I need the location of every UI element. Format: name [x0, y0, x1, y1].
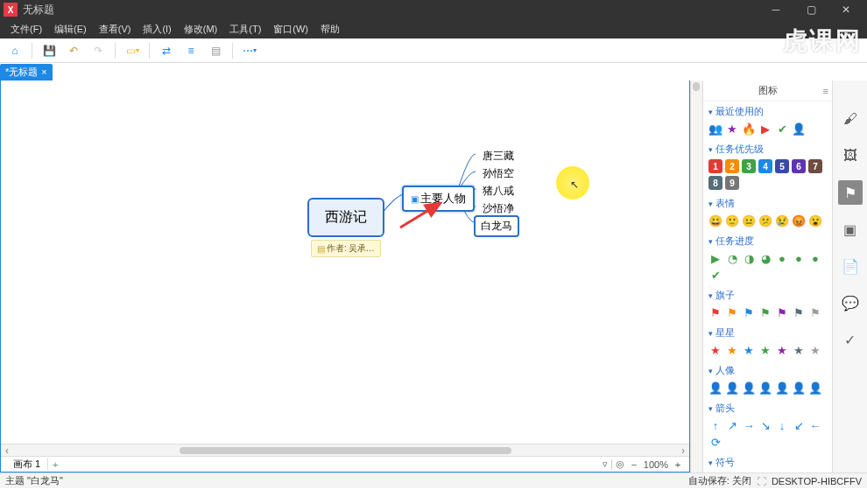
- note-icon[interactable]: ▣: [838, 217, 863, 242]
- person-icon[interactable]: 👤: [758, 381, 772, 395]
- scroll-thumb[interactable]: [180, 447, 511, 454]
- star-icon[interactable]: ★: [775, 343, 789, 357]
- star-icon[interactable]: ★: [808, 343, 822, 357]
- tab-untitled[interactable]: *无标题 ×: [0, 64, 53, 80]
- person-icon[interactable]: 👤: [808, 381, 822, 395]
- flag-icon[interactable]: ⚑: [775, 305, 789, 319]
- arrow-icon[interactable]: ↘: [758, 418, 772, 432]
- root-node[interactable]: 西游记: [307, 198, 384, 237]
- arrow-icon[interactable]: ←: [808, 418, 822, 432]
- priority-icon[interactable]: 6: [792, 159, 806, 173]
- recent-icon[interactable]: ▶: [758, 122, 772, 136]
- group-title[interactable]: 箭头: [708, 400, 827, 416]
- scroll-left-icon[interactable]: ‹: [1, 444, 13, 457]
- priority-icon[interactable]: 4: [758, 159, 772, 173]
- sheet-tab[interactable]: 画布 1: [6, 458, 48, 471]
- vertical-scrollbar[interactable]: [690, 80, 702, 472]
- priority-icon[interactable]: 8: [708, 176, 722, 190]
- flag-icon[interactable]: ⚑: [792, 305, 806, 319]
- home-button[interactable]: ⌂: [5, 41, 25, 60]
- note-author[interactable]: ▤ 作者: 吴承…: [311, 240, 381, 257]
- group-title[interactable]: 最近使用的: [708, 103, 827, 120]
- tab-close-icon[interactable]: ×: [41, 66, 46, 77]
- add-sheet-button[interactable]: +: [48, 459, 62, 470]
- recent-icon[interactable]: 👥: [708, 122, 722, 136]
- priority-icon[interactable]: 2: [725, 159, 739, 173]
- flag-icon[interactable]: ⚑: [808, 305, 822, 319]
- flag-icon[interactable]: ⚑: [708, 305, 722, 319]
- emotion-icon[interactable]: 😢: [775, 214, 789, 228]
- arrow-icon[interactable]: ↑: [708, 418, 722, 432]
- group-title[interactable]: 表情: [708, 195, 827, 212]
- progress-icon[interactable]: ◔: [725, 251, 739, 265]
- emotion-icon[interactable]: 😮: [808, 214, 822, 228]
- zoom-out-button[interactable]: −: [628, 459, 640, 470]
- new-sheet-button[interactable]: ▭▾: [123, 41, 142, 60]
- progress-icon[interactable]: ●: [792, 251, 806, 265]
- undo-button[interactable]: ↶: [64, 41, 83, 60]
- scroll-right-icon[interactable]: ›: [677, 444, 689, 457]
- arrow-icon[interactable]: ⟳: [708, 435, 722, 449]
- group-title[interactable]: 旗子: [708, 287, 827, 304]
- priority-icon[interactable]: 3: [742, 159, 756, 173]
- emotion-icon[interactable]: 😕: [758, 214, 772, 228]
- emotion-icon[interactable]: 😀: [708, 214, 722, 228]
- person-icon[interactable]: 👤: [742, 381, 756, 395]
- horizontal-scrollbar[interactable]: ‹ ›: [1, 444, 689, 456]
- more-button[interactable]: ⋯▾: [240, 41, 259, 60]
- scroll-track[interactable]: [13, 446, 677, 455]
- person-icon[interactable]: 👤: [775, 381, 789, 395]
- notes-icon[interactable]: 📄: [838, 254, 863, 278]
- comment-icon[interactable]: 💬: [838, 290, 863, 315]
- priority-icon[interactable]: 7: [808, 159, 822, 173]
- brush-icon[interactable]: 🖌: [838, 107, 863, 131]
- menu-tools[interactable]: 工具(T): [224, 21, 266, 38]
- menu-window[interactable]: 窗口(W): [268, 21, 314, 38]
- menu-edit[interactable]: 编辑(E): [49, 21, 92, 38]
- leaf-node-selected[interactable]: 白龙马: [474, 215, 519, 237]
- close-button[interactable]: ✕: [828, 0, 863, 19]
- star-icon[interactable]: ★: [792, 343, 806, 357]
- arrow-icon[interactable]: →: [742, 418, 756, 432]
- menu-view[interactable]: 查看(V): [94, 21, 137, 38]
- leaf-node[interactable]: 猪八戒: [477, 182, 519, 201]
- star-icon[interactable]: ★: [708, 343, 722, 357]
- recent-icon[interactable]: 👤: [792, 122, 806, 136]
- filter-icon[interactable]: ▿: [603, 458, 608, 470]
- progress-icon[interactable]: ✔: [708, 268, 722, 282]
- maximize-button[interactable]: ▢: [793, 0, 828, 19]
- task-icon[interactable]: ✓: [838, 327, 863, 352]
- person-icon[interactable]: 👤: [708, 381, 722, 395]
- group-title[interactable]: 任务进度: [708, 233, 827, 249]
- marker-icon[interactable]: ⚑: [838, 180, 863, 205]
- progress-icon[interactable]: ◕: [758, 251, 772, 265]
- vscroll-thumb[interactable]: [693, 82, 700, 91]
- emotion-icon[interactable]: 🙂: [725, 214, 739, 228]
- outline-button[interactable]: ⇄: [157, 41, 176, 60]
- menu-help[interactable]: 帮助: [315, 21, 345, 38]
- progress-icon[interactable]: ●: [808, 251, 822, 265]
- group-title[interactable]: 任务优先级: [708, 141, 827, 158]
- arrow-icon[interactable]: ↗: [725, 418, 739, 432]
- recent-icon[interactable]: ★: [725, 122, 739, 136]
- leaf-node[interactable]: 孙悟空: [477, 164, 519, 184]
- progress-icon[interactable]: ▶: [708, 251, 722, 265]
- star-icon[interactable]: ★: [725, 343, 739, 357]
- progress-icon[interactable]: ◑: [742, 251, 756, 265]
- arrow-icon[interactable]: ↓: [775, 418, 789, 432]
- star-icon[interactable]: ★: [758, 343, 772, 357]
- person-icon[interactable]: 👤: [725, 381, 739, 395]
- redo-button[interactable]: ↷: [88, 41, 108, 60]
- progress-icon[interactable]: ●: [775, 251, 789, 265]
- arrow-icon[interactable]: ↙: [792, 418, 806, 432]
- recent-icon[interactable]: ✔: [775, 122, 789, 136]
- emotion-icon[interactable]: 😡: [792, 214, 806, 228]
- group-title[interactable]: 符号: [708, 454, 827, 471]
- leaf-node[interactable]: 唐三藏: [477, 147, 519, 166]
- flag-icon[interactable]: ⚑: [742, 305, 756, 319]
- menu-file[interactable]: 文件(F): [5, 21, 47, 38]
- person-icon[interactable]: 👤: [792, 381, 806, 395]
- priority-icon[interactable]: 1: [708, 159, 722, 173]
- flag-icon[interactable]: ⚑: [725, 305, 739, 319]
- priority-icon[interactable]: 5: [775, 159, 789, 173]
